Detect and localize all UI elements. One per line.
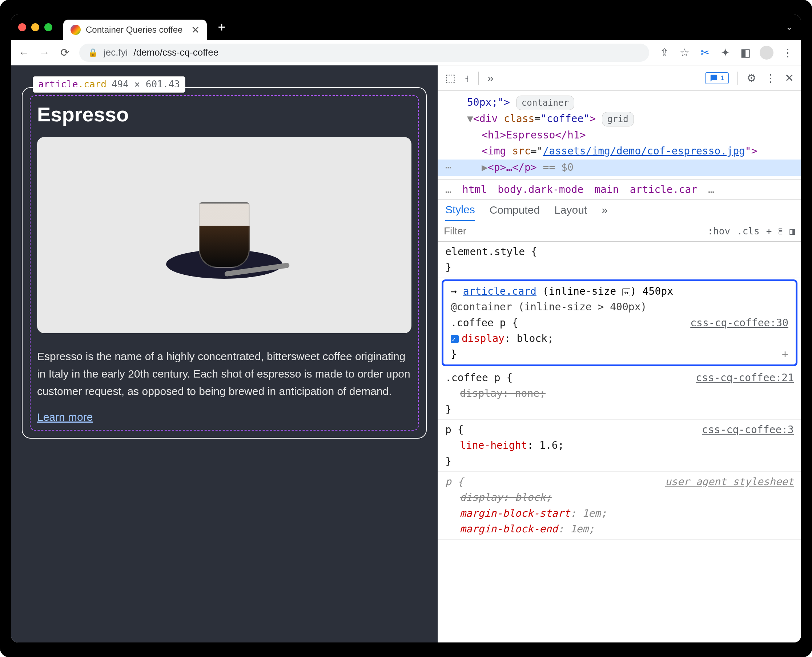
url-host: jec.fyi bbox=[104, 47, 128, 58]
issues-badge[interactable]: 1 bbox=[705, 72, 729, 84]
source-link[interactable]: css-cq-coffee:3 bbox=[702, 422, 794, 437]
card-heading: Espresso bbox=[37, 103, 411, 126]
profile-avatar[interactable] bbox=[760, 46, 773, 59]
maximize-window-icon[interactable] bbox=[44, 23, 52, 31]
container-badge[interactable]: container bbox=[516, 96, 574, 110]
source-link[interactable]: css-cq-coffee:30 bbox=[690, 315, 789, 331]
property-checkbox[interactable] bbox=[451, 335, 459, 343]
issues-count: 1 bbox=[721, 75, 724, 81]
crumb[interactable]: article.car bbox=[630, 184, 697, 196]
tab-styles[interactable]: Styles bbox=[445, 199, 475, 221]
rendered-page: article.card 494 × 601.43 Espresso Espre… bbox=[11, 65, 438, 643]
crumb[interactable]: body.dark-mode bbox=[497, 184, 583, 196]
traffic-lights bbox=[18, 23, 52, 31]
menu-icon[interactable]: ⋮ bbox=[781, 47, 794, 59]
dom-breadcrumbs[interactable]: … html body.dark-mode main article.car … bbox=[438, 179, 801, 199]
tab-title: Container Queries coffee bbox=[86, 25, 182, 35]
address-field[interactable]: 🔒 jec.fyi/demo/css-cq-coffee bbox=[79, 44, 649, 62]
share-icon[interactable]: ⇪ bbox=[658, 47, 670, 59]
crumb[interactable]: html bbox=[462, 184, 487, 196]
close-devtools-icon[interactable]: ✕ bbox=[785, 72, 794, 84]
filter-input[interactable] bbox=[438, 225, 701, 237]
content-area: article.card 494 × 601.43 Espresso Espre… bbox=[11, 65, 801, 643]
new-tab-button[interactable]: + bbox=[218, 20, 225, 35]
source-link[interactable]: css-cq-coffee:21 bbox=[696, 370, 794, 386]
extensions-icon[interactable]: ✦ bbox=[719, 47, 731, 59]
side-panel-icon[interactable]: ◧ bbox=[739, 47, 752, 59]
hov-button[interactable]: :hov bbox=[707, 226, 730, 237]
container-query-rule[interactable]: → article.card (inline-size ↔) 450px @co… bbox=[442, 279, 798, 366]
computed-sidebar-icon[interactable]: ⫕ bbox=[778, 226, 783, 237]
reload-icon[interactable]: ⟳ bbox=[59, 47, 70, 59]
inspect-element-icon[interactable]: ⬚ bbox=[445, 72, 455, 84]
scissors-icon[interactable]: ✂ bbox=[698, 47, 711, 59]
new-rule-icon[interactable]: + bbox=[766, 226, 772, 237]
kebab-menu-icon[interactable]: ⋮ bbox=[765, 72, 776, 84]
learn-more-link[interactable]: Learn more bbox=[37, 411, 93, 423]
titlebar: Container Queries coffee ✕ + ⌄ bbox=[11, 14, 801, 40]
dom-tree[interactable]: 50px;"> container ▼<div class="coffee"> … bbox=[438, 91, 801, 179]
device-toolbar-icon[interactable]: ⫞ bbox=[464, 72, 470, 84]
crumb[interactable]: main bbox=[594, 184, 619, 196]
image-src-link[interactable]: /assets/img/demo/cof-espresso.jpg bbox=[543, 145, 745, 157]
favicon-icon bbox=[70, 25, 81, 35]
chrome-frame: Container Queries coffee ✕ + ⌄ ← → ⟳ 🔒 j… bbox=[11, 14, 801, 643]
toolbar-icons: ⇪ ☆ ✂ ✦ ◧ ⋮ bbox=[658, 46, 794, 59]
close-window-icon[interactable] bbox=[18, 23, 26, 31]
bookmark-icon[interactable]: ☆ bbox=[678, 47, 690, 59]
coffee-card[interactable]: Espresso Espresso is the name of a highl… bbox=[22, 87, 427, 439]
ua-source: user agent stylesheet bbox=[665, 474, 794, 489]
tab-layout[interactable]: Layout bbox=[554, 199, 587, 221]
element-style-rule[interactable]: element.style { } bbox=[438, 242, 801, 278]
container-link[interactable]: article.card bbox=[463, 285, 536, 297]
card-description: Espresso is the name of a highly concent… bbox=[37, 348, 411, 400]
ua-style-rule[interactable]: p {user agent stylesheet display: block;… bbox=[438, 472, 801, 540]
selected-dom-node[interactable]: ▶<p>…</p> == $0 bbox=[438, 160, 801, 176]
close-tab-icon[interactable]: ✕ bbox=[191, 24, 199, 36]
toggle-pane-icon[interactable]: ◨ bbox=[789, 226, 795, 237]
coffee-image bbox=[37, 137, 411, 333]
forward-icon[interactable]: → bbox=[39, 47, 50, 59]
browser-window: Container Queries coffee ✕ + ⌄ ← → ⟳ 🔒 j… bbox=[0, 0, 812, 657]
tab-computed[interactable]: Computed bbox=[489, 199, 540, 221]
more-tabs-icon[interactable]: » bbox=[488, 72, 494, 84]
devtools-panel: ⬚ ⫞ » 1 ⚙ ⋮ ✕ 50px;"> container ▼<div cl… bbox=[438, 65, 801, 643]
minimize-window-icon[interactable] bbox=[31, 23, 39, 31]
inline-size-icon: ↔ bbox=[622, 288, 630, 296]
add-property-icon[interactable]: + bbox=[782, 346, 789, 363]
styles-pane[interactable]: element.style { } → article.card (inline… bbox=[438, 242, 801, 643]
styles-tabs: Styles Computed Layout » bbox=[438, 199, 801, 221]
lock-icon: 🔒 bbox=[88, 48, 98, 58]
style-rule[interactable]: p {css-cq-coffee:3 line-height: 1.6; } bbox=[438, 420, 801, 472]
grid-badge[interactable]: grid bbox=[602, 112, 634, 126]
url-bar: ← → ⟳ 🔒 jec.fyi/demo/css-cq-coffee ⇪ ☆ ✂… bbox=[11, 40, 801, 65]
style-rule[interactable]: .coffee p {css-cq-coffee:21 display: non… bbox=[438, 368, 801, 420]
more-tabs-icon[interactable]: » bbox=[602, 199, 608, 221]
settings-icon[interactable]: ⚙ bbox=[747, 72, 756, 84]
styles-filter-row: :hov .cls + ⫕ ◨ bbox=[438, 221, 801, 242]
browser-tab[interactable]: Container Queries coffee ✕ bbox=[63, 20, 207, 40]
back-icon[interactable]: ← bbox=[18, 47, 30, 59]
cls-button[interactable]: .cls bbox=[737, 226, 760, 237]
devtools-toolbar: ⬚ ⫞ » 1 ⚙ ⋮ ✕ bbox=[438, 65, 801, 91]
tabs-menu-icon[interactable]: ⌄ bbox=[786, 23, 792, 32]
url-path: /demo/css-cq-coffee bbox=[133, 47, 218, 58]
